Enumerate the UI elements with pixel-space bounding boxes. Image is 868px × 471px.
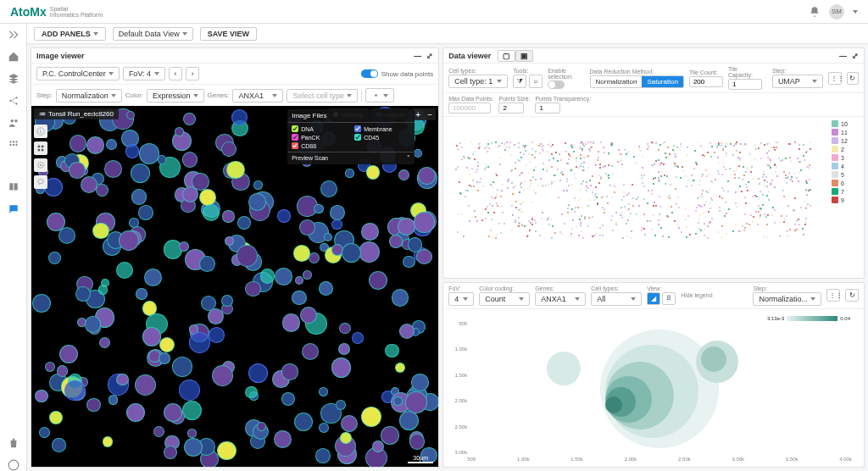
image-viewer-panel: Image viewer — ⤢ P.C. ControlCenter FoV:… xyxy=(31,47,439,468)
d-refresh-icon[interactable]: ↻ xyxy=(845,289,859,302)
layout-1-icon[interactable]: ▢ xyxy=(498,50,515,62)
panel-minimize-icon[interactable]: — xyxy=(839,52,847,60)
d-config-icon[interactable]: ⋮⋮ xyxy=(826,289,840,302)
enable-selection-toggle[interactable] xyxy=(548,80,565,89)
users-icon[interactable] xyxy=(8,117,19,129)
scatter-plot[interactable] xyxy=(443,117,830,278)
scatter-legend-item[interactable]: 3 xyxy=(832,154,862,161)
zoom-out-button[interactable]: − xyxy=(424,108,436,120)
d-fov-select[interactable]: 4 xyxy=(448,292,474,306)
scatter-legend-item[interactable]: 7 xyxy=(832,188,862,195)
enable-selection-label: Enable selection: xyxy=(548,68,584,80)
d-view-dots-icon[interactable]: ⠿ xyxy=(662,292,676,305)
maxpoints-label: Max Data Points: xyxy=(448,96,493,102)
tile-capacity-input[interactable] xyxy=(728,79,762,90)
d-celltypes-select[interactable]: All xyxy=(591,292,642,306)
scatter-legend-item[interactable]: 11 xyxy=(832,129,862,136)
collapse-icon[interactable] xyxy=(8,29,19,41)
tool-info-icon[interactable]: i xyxy=(34,125,47,138)
reduction-segment[interactable]: Normalization Saturation xyxy=(590,75,684,88)
svg-point-8 xyxy=(9,144,11,146)
share-icon[interactable] xyxy=(8,95,19,107)
svg-point-10 xyxy=(15,144,17,146)
default-view-select[interactable]: Default Data View xyxy=(113,27,193,41)
layers-icon[interactable] xyxy=(8,73,19,85)
step-label: Step: xyxy=(36,91,53,99)
comment-icon[interactable] xyxy=(8,203,19,215)
hide-legend-label[interactable]: Hide legend xyxy=(681,292,712,298)
show-datapoints-toggle[interactable] xyxy=(361,69,378,78)
scatter-legend-item[interactable]: 5 xyxy=(832,171,862,178)
trash-icon[interactable] xyxy=(8,437,19,449)
fov-select[interactable]: FoV: 4 xyxy=(123,67,165,80)
legend-header: Image Files xyxy=(287,109,415,123)
dv-celltype-select[interactable]: Cell type: 1 xyxy=(448,75,508,88)
density-plot[interactable]: 3.13e-30.04 5001.00k1.50k2.00k2.50k3.00k… xyxy=(447,313,860,463)
legend-item[interactable]: CD45 xyxy=(354,134,410,141)
save-view-button[interactable]: SAVE VIEW xyxy=(200,27,257,41)
legend-item[interactable]: Membrane xyxy=(354,125,410,132)
panel-expand-icon[interactable]: ⤢ xyxy=(852,52,859,60)
panel-expand-icon[interactable]: ⤢ xyxy=(426,52,433,60)
svg-point-5 xyxy=(9,141,11,142)
image-canvas[interactable]: ≔ Tonsil Run_eedc8260 i Minimap Legend +… xyxy=(31,106,438,467)
transparency-input[interactable] xyxy=(535,103,560,114)
tool-grid-icon[interactable] xyxy=(34,141,47,155)
transparency-label: Points Transparency: xyxy=(535,96,591,102)
fov-next-button[interactable]: › xyxy=(186,67,199,80)
gene-select[interactable]: ANXA1 xyxy=(232,89,283,103)
bell-icon[interactable] xyxy=(809,6,821,18)
tool-lasso-icon[interactable] xyxy=(34,175,47,189)
celltype-select[interactable]: Select cell type xyxy=(287,89,358,103)
scatter-legend-item[interactable]: 4 xyxy=(832,163,862,169)
gear-icon xyxy=(371,91,381,100)
scatter-config-icon[interactable]: ⋮⋮ xyxy=(828,72,842,85)
refresh-icon[interactable]: ↻ xyxy=(847,72,859,85)
tile-count-input[interactable] xyxy=(689,76,723,87)
panel-minimize-icon[interactable]: — xyxy=(414,52,421,60)
dotgrid-icon[interactable] xyxy=(8,139,19,151)
user-avatar[interactable]: SM xyxy=(829,4,844,19)
legend-item[interactable]: PanCK xyxy=(292,134,348,141)
step-select[interactable]: Normalization xyxy=(56,89,122,103)
dv-step-label: Step: xyxy=(772,68,823,74)
panel-title: Data viewer xyxy=(448,52,491,60)
d-color-select[interactable]: Count xyxy=(479,292,530,306)
home-icon[interactable] xyxy=(8,51,19,63)
d-celltypes-label: Cell types: xyxy=(591,285,642,291)
tilecount-label: Tile Count: xyxy=(689,69,723,75)
reduction-normalization[interactable]: Normalization xyxy=(591,76,643,87)
dv-step-select[interactable]: UMAP xyxy=(772,75,823,88)
maxpoints-input[interactable] xyxy=(448,103,491,114)
legend-item[interactable]: CD88 xyxy=(292,142,348,149)
user-menu-caret[interactable] xyxy=(853,10,858,14)
svg-point-4 xyxy=(14,119,18,123)
book-icon[interactable] xyxy=(8,181,19,193)
color-select[interactable]: Expression xyxy=(147,89,204,103)
preview-scan-button[interactable]: Preview Scan xyxy=(292,155,328,162)
d-genes-select[interactable]: ANXA1 xyxy=(535,292,586,306)
color-label: Color: xyxy=(125,91,143,99)
scatter-legend-item[interactable]: 10 xyxy=(832,120,862,127)
layout-2-icon[interactable]: ▣ xyxy=(515,50,533,62)
search-icon[interactable]: ⌕ xyxy=(529,75,542,88)
scatter-legend-item[interactable]: 12 xyxy=(832,137,862,144)
scatter-legend-item[interactable]: 9 xyxy=(832,197,862,203)
tool-target-icon[interactable] xyxy=(34,158,47,172)
info-icon[interactable] xyxy=(8,459,19,471)
d-step-select[interactable]: Normalizatio... xyxy=(753,292,821,306)
fov-prev-button[interactable]: ‹ xyxy=(169,67,182,80)
pc-select[interactable]: P.C. ControlCenter xyxy=(36,67,120,80)
svg-point-7 xyxy=(15,141,17,142)
panel-title: Image viewer xyxy=(36,52,85,60)
legend-item[interactable]: DNA xyxy=(292,125,348,132)
image-legend: Image Files DNAMembranePanCKCD45CD88 Pre… xyxy=(287,109,415,164)
filter-icon[interactable]: ⧩ xyxy=(513,75,526,88)
reduction-saturation[interactable]: Saturation xyxy=(642,76,682,87)
scatter-legend-item[interactable]: 2 xyxy=(832,146,862,152)
pointsize-input[interactable] xyxy=(498,103,524,114)
d-view-chart-icon[interactable]: ◢ xyxy=(647,292,660,305)
add-panels-button[interactable]: ADD PANELS xyxy=(34,27,106,41)
scatter-legend-item[interactable]: 6 xyxy=(832,180,862,186)
gear-select[interactable] xyxy=(365,88,394,103)
